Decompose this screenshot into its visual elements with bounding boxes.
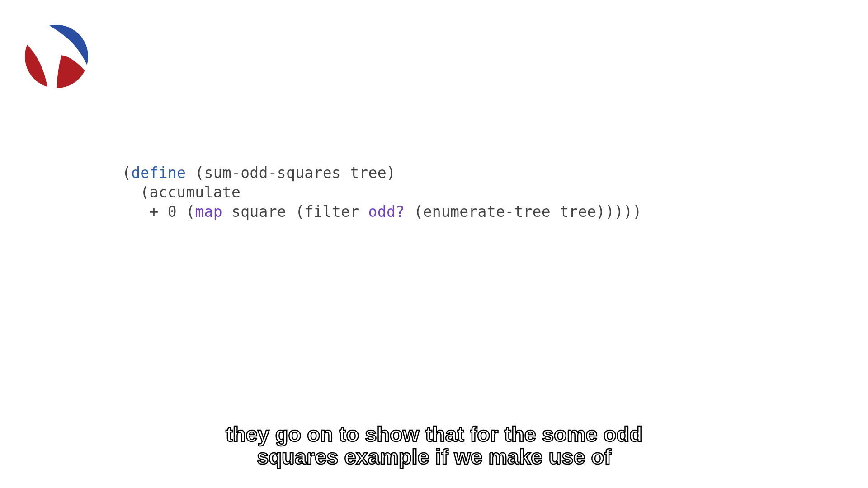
keyword-odd: odd? [368, 203, 405, 221]
code-line-3: + 0 (map square (filter odd? (enumerate-… [122, 203, 642, 221]
code-snippet: (define (sum-odd-squares tree) (accumula… [122, 164, 642, 222]
video-subtitle: they go on to show that for the some odd… [226, 423, 642, 468]
code-line-1: (define (sum-odd-squares tree) [122, 164, 396, 182]
subtitle-line-1: they go on to show that for the some odd [226, 423, 642, 445]
code-line-2: (accumulate [122, 183, 241, 201]
keyword-define: define [131, 164, 186, 182]
keyword-map: map [195, 203, 222, 221]
racket-logo [25, 25, 88, 88]
subtitle-line-2: squares example if we make use of [226, 446, 642, 468]
